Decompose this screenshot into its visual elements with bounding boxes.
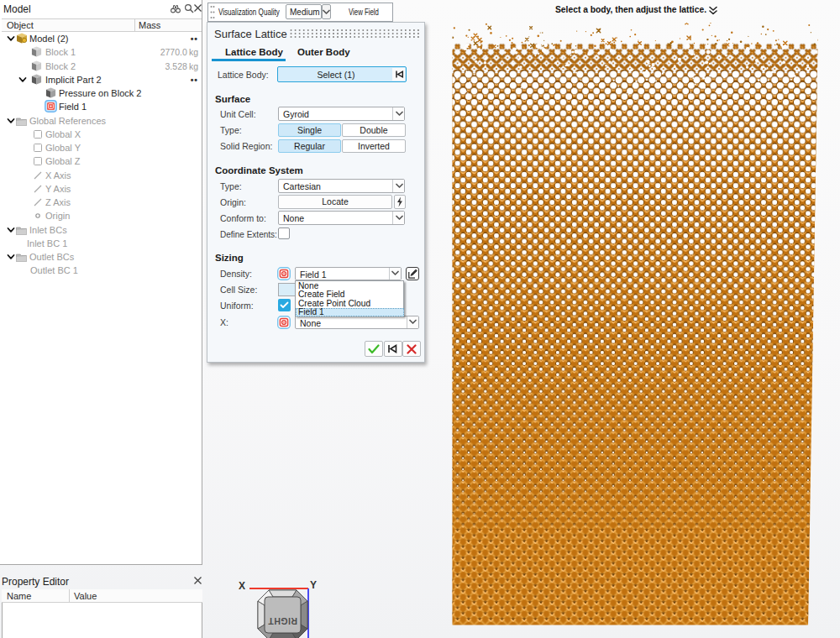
svg-text:RIGHT: RIGHT	[268, 616, 297, 626]
